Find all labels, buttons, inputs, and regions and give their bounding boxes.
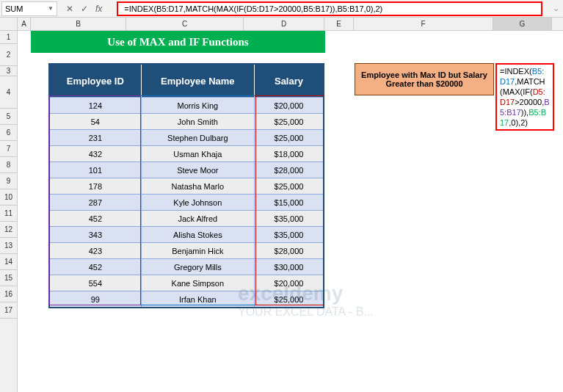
cell-salary[interactable]: $28,000 — [255, 242, 323, 258]
column-headers: A B C D E F G — [18, 18, 563, 31]
employee-table: Employee ID Employee Name Salary 124Morr… — [48, 63, 324, 308]
row-header[interactable]: 14 — [0, 254, 17, 270]
formula-bar-icons: ✕ ✓ fx — [57, 4, 117, 14]
col-header[interactable]: G — [493, 18, 552, 30]
cell-salary[interactable]: $35,000 — [255, 226, 323, 242]
confirm-icon[interactable]: ✓ — [81, 4, 88, 14]
table-row[interactable]: 231Stephen Dulbarg$25,000 — [50, 129, 323, 145]
cell-salary[interactable]: $18,000 — [255, 145, 323, 161]
formula-seg: >20000, — [515, 98, 544, 106]
chevron-down-icon[interactable]: ▼ — [48, 5, 54, 12]
name-box[interactable]: SUM ▼ — [1, 1, 57, 16]
cell-salary[interactable]: $25,000 — [255, 129, 323, 145]
table-header-row: Employee ID Employee Name Salary — [50, 65, 323, 97]
row-headers: 1 2 3 4 5 6 7 8 9 10 11 12 13 14 15 16 1… — [0, 18, 18, 392]
row-header[interactable]: 6 — [0, 125, 17, 141]
table-row[interactable]: 287Kyle Johnson$15,000 — [50, 194, 323, 210]
cell-salary[interactable]: $30,000 — [255, 258, 323, 275]
select-all-cell[interactable] — [0, 18, 17, 31]
table-row[interactable]: 452Gregory Mills$30,000 — [50, 258, 323, 275]
cell-id[interactable]: 432 — [50, 145, 142, 161]
col-header[interactable]: D — [244, 18, 324, 30]
cell-name[interactable]: Usman Khaja — [142, 145, 255, 161]
row-header[interactable]: 3 — [0, 66, 17, 76]
cell-name[interactable]: Benjamin Hick — [142, 242, 255, 258]
cell-salary[interactable]: $20,000 — [255, 97, 323, 113]
row-header[interactable]: 9 — [0, 173, 17, 189]
cell-name[interactable]: Kyle Johnson — [142, 194, 255, 210]
cell-name[interactable]: John Smith — [142, 113, 255, 129]
formula-seg: ,0),2) — [509, 118, 528, 127]
table-row[interactable]: 178Natasha Marlo$25,000 — [50, 178, 323, 194]
cell-id[interactable]: 287 — [50, 194, 142, 210]
row-header[interactable]: 17 — [0, 302, 17, 319]
cell-name[interactable]: Gregory Mills — [142, 258, 255, 275]
cell-id[interactable]: 101 — [50, 161, 142, 178]
formula-bar-row: SUM ▼ ✕ ✓ fx =INDEX(B5:D17,MATCH(MAX(IF(… — [0, 0, 563, 18]
grid-body[interactable]: A B C D E F G Use of MAX and IF Function… — [18, 18, 563, 392]
row-header[interactable]: 8 — [0, 157, 17, 173]
cell-salary[interactable]: $25,000 — [255, 113, 323, 129]
col-header[interactable]: E — [324, 18, 354, 30]
cell-name[interactable]: Natasha Marlo — [142, 178, 255, 194]
cell-id[interactable]: 99 — [50, 291, 142, 307]
table-row[interactable]: 452Jack Alfred$35,000 — [50, 210, 323, 226]
cell-salary[interactable]: $20,000 — [255, 275, 323, 291]
formula-seg: )), — [521, 108, 529, 117]
cell-name[interactable]: Morris King — [142, 97, 255, 113]
formula-bar-text: =INDEX(B5:D17,MATCH(MAX(IF(D5:D17>20000,… — [124, 4, 382, 13]
cell-name[interactable]: Kane Simpson — [142, 275, 255, 291]
cell-id[interactable]: 423 — [50, 242, 142, 258]
col-header[interactable]: A — [18, 18, 31, 30]
cell-id[interactable]: 54 — [50, 113, 142, 129]
row-header[interactable]: 13 — [0, 238, 17, 254]
formula-seg: =INDEX( — [500, 67, 532, 76]
table-row[interactable]: 343Alisha Stokes$35,000 — [50, 226, 323, 242]
table-row[interactable]: 554Kane Simpson$20,000 — [50, 275, 323, 291]
cell-id[interactable]: 452 — [50, 258, 142, 275]
row-header[interactable]: 5 — [0, 109, 17, 125]
header-salary: Salary — [255, 65, 323, 97]
table-row[interactable]: 124Morris King$20,000 — [50, 97, 323, 113]
cell-salary[interactable]: $15,000 — [255, 194, 323, 210]
cell-name[interactable]: Jack Alfred — [142, 210, 255, 226]
cell-id[interactable]: 554 — [50, 275, 142, 291]
cell-id[interactable]: 343 — [50, 226, 142, 242]
cell-name[interactable]: Alisha Stokes — [142, 226, 255, 242]
cell-salary[interactable]: $25,000 — [255, 178, 323, 194]
row-header[interactable]: 12 — [0, 222, 17, 238]
result-label-box: Employee with Max ID but Salary Greater … — [355, 63, 494, 95]
cell-salary[interactable]: $35,000 — [255, 210, 323, 226]
cell-name[interactable]: Stephen Dulbarg — [142, 129, 255, 145]
col-header[interactable]: C — [126, 18, 244, 30]
row-header[interactable]: 16 — [0, 286, 17, 302]
cancel-icon[interactable]: ✕ — [66, 4, 73, 14]
cell-salary[interactable]: $28,000 — [255, 161, 323, 178]
name-box-text: SUM — [5, 4, 23, 13]
col-header[interactable]: F — [354, 18, 493, 30]
table-row[interactable]: 101Steve Moor$28,000 — [50, 161, 323, 178]
row-header[interactable]: 7 — [0, 141, 17, 157]
col-header[interactable]: B — [31, 18, 126, 30]
row-header[interactable]: 11 — [0, 206, 17, 222]
row-header[interactable]: 2 — [0, 44, 17, 66]
cell-name[interactable]: Steve Moor — [142, 161, 255, 178]
cell-id[interactable]: 452 — [50, 210, 142, 226]
cell-id[interactable]: 124 — [50, 97, 142, 113]
fx-icon[interactable]: fx — [95, 4, 102, 14]
table-row[interactable]: 432Usman Khaja$18,000 — [50, 145, 323, 161]
cell-name[interactable]: Irfan Khan — [142, 291, 255, 307]
active-cell-g4[interactable]: =INDEX(B5:D17,MATCH(MAX(IF(D5:D17>20000,… — [495, 63, 554, 131]
cell-salary[interactable]: $25,000 — [255, 291, 323, 307]
row-header[interactable]: 1 — [0, 31, 17, 44]
cell-id[interactable]: 178 — [50, 178, 142, 194]
expand-formula-icon[interactable]: ⌄ — [548, 4, 563, 13]
row-header[interactable]: 15 — [0, 270, 17, 286]
row-header[interactable]: 4 — [0, 76, 17, 109]
formula-bar[interactable]: =INDEX(B5:D17,MATCH(MAX(IF(D5:D17>20000,… — [117, 1, 542, 16]
table-row[interactable]: 423Benjamin Hick$28,000 — [50, 242, 323, 258]
row-header[interactable]: 10 — [0, 189, 17, 206]
cell-id[interactable]: 231 — [50, 129, 142, 145]
table-row[interactable]: 54John Smith$25,000 — [50, 113, 323, 129]
table-row[interactable]: 99Irfan Khan$25,000 — [50, 291, 323, 307]
